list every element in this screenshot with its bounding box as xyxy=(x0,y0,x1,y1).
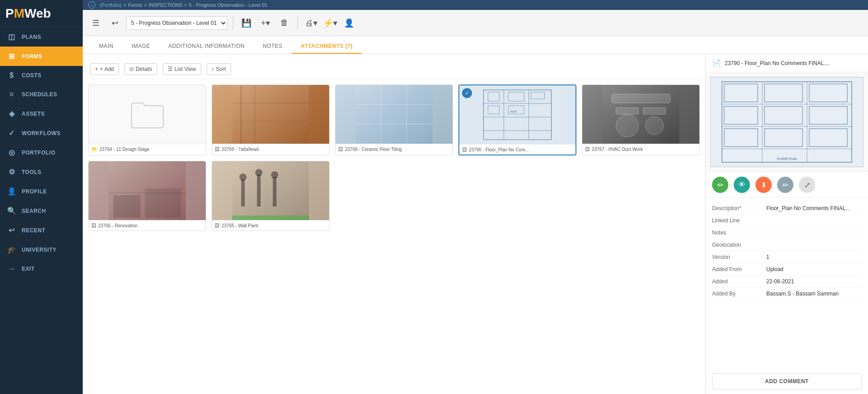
tab-additional[interactable]: ADDITIONAL INFORMATION xyxy=(159,39,254,54)
view-button[interactable]: 👁 xyxy=(734,177,750,193)
details-icon: ⊙ xyxy=(129,66,134,72)
level-crumb: 5 - Progress Observation - Level 01 xyxy=(189,2,268,8)
details-section: Description* Floor_Plan No Comments FINA… xyxy=(706,198,868,369)
sidebar-item-assets[interactable]: ◈ ASSETS xyxy=(0,104,83,123)
list-view-button[interactable]: ☰ List View xyxy=(163,63,201,75)
thumbnail-label: 📁 23764 - 11 Design Stage xyxy=(89,144,206,155)
thumbnail-label: 🖼 23769 - 7a8a9ead- xyxy=(212,144,329,154)
add-attachment-icon: + xyxy=(95,66,98,72)
thumbnail-card[interactable]: 🖼 23767 - HVAC Duct Work xyxy=(582,84,700,155)
detail-row-added-by: Added By Bassam.S - Bassam Samman xyxy=(712,288,862,300)
list-button[interactable]: ☰ xyxy=(88,15,104,31)
sidebar-item-costs[interactable]: $ COSTS xyxy=(0,66,83,85)
thumbnail-card[interactable]: 🖼 23766 - Renovation xyxy=(88,161,206,231)
sidebar-item-label: TOOLS xyxy=(22,169,42,175)
sidebar-item-label: FORMS xyxy=(22,53,42,60)
content-area: + + Add ⊙ Details ☰ List View ↕ Sort xyxy=(83,54,868,394)
sidebar-item-plans[interactable]: ◫ PLANS xyxy=(0,27,83,47)
thumbnail-card[interactable]: 📁 23764 - 11 Design Stage xyxy=(88,84,206,155)
sidebar-item-search[interactable]: 🔍 SEARCH xyxy=(0,201,83,220)
image-icon: 🖼 xyxy=(215,146,220,152)
expand-button[interactable]: ⤢ xyxy=(799,177,815,193)
thumbnail-card-selected[interactable]: ✓ xyxy=(458,84,576,155)
costs-icon: $ xyxy=(7,71,16,80)
sidebar-item-label: WORKFLOWS xyxy=(22,130,61,136)
save-button[interactable]: 💾 xyxy=(239,15,254,31)
svg-rect-5 xyxy=(356,85,433,144)
tab-image[interactable]: IMAGE xyxy=(123,39,159,54)
svg-rect-36 xyxy=(257,175,261,206)
sort-button[interactable]: ↕ Sort xyxy=(207,63,231,75)
list-view-icon: ☰ xyxy=(168,66,173,72)
detail-label: Geolocation xyxy=(712,242,766,248)
recent-icon: ↩ xyxy=(7,226,16,235)
svg-rect-10 xyxy=(479,85,556,144)
action-icons-row: ✏ 👁 ⬇ ✏ ⤢ xyxy=(706,172,868,198)
add-comment-button[interactable]: ADD COMMENT xyxy=(712,373,862,389)
link-button[interactable]: ✏ xyxy=(777,177,793,193)
separator: > xyxy=(144,2,146,8)
detail-label: Linked Line xyxy=(712,217,766,224)
exit-icon: → xyxy=(7,265,16,273)
svg-rect-0 xyxy=(232,85,309,144)
add-attachment-label: + Add xyxy=(100,66,114,72)
forms-crumb: Forms xyxy=(128,2,142,8)
svg-rect-31 xyxy=(113,195,141,218)
svg-rect-26 xyxy=(643,108,666,114)
detail-label: Added xyxy=(712,278,766,285)
folder-icon: 📁 xyxy=(91,146,98,152)
history-button[interactable]: ↩ xyxy=(107,15,123,31)
tab-main[interactable]: MAIN xyxy=(90,39,123,54)
details-button[interactable]: ⊙ Details xyxy=(124,63,157,75)
record-select[interactable]: 5 - Progress Observation - Level 01 xyxy=(126,16,227,30)
detail-value: Bassam.S - Bassam Samman xyxy=(766,291,862,297)
info-icon[interactable]: i xyxy=(88,1,95,9)
tab-notes[interactable]: NOTES xyxy=(254,39,292,54)
add-button[interactable]: +▾ xyxy=(258,15,273,31)
thumbnail-image xyxy=(212,85,329,144)
svg-rect-38 xyxy=(273,177,277,206)
inspections-crumb: INSPECTIONS xyxy=(149,2,183,8)
sidebar-item-recent[interactable]: ↩ RECENT xyxy=(0,220,83,240)
thumbnail-label: 🖼 23767 - HVAC Duct Work xyxy=(582,144,699,154)
thumbnail-card[interactable]: 🖼 23765 - Wall Paint xyxy=(212,161,330,231)
add-attachment-button[interactable]: + + Add xyxy=(90,63,119,75)
right-panel: 📄 23790 - Floor_Plan No Comments FINAL..… xyxy=(705,54,868,394)
delete-button[interactable]: 🗑 xyxy=(277,15,292,31)
sidebar-item-university[interactable]: 🎓 UNIVERSITY xyxy=(0,240,83,259)
sidebar-item-forms[interactable]: ⊞ FORMS xyxy=(0,47,83,66)
sidebar-item-portfolio[interactable]: ◎ PORTFOLIO xyxy=(0,143,83,162)
list-view-label: List View xyxy=(175,66,196,72)
sidebar-item-tools[interactable]: ⚙ TOOLS xyxy=(0,162,83,182)
sidebar-item-workflows[interactable]: ✓ WORKFLOWS xyxy=(0,123,83,143)
detail-value: 22-06-2021 xyxy=(766,278,862,285)
workflows-icon: ✓ xyxy=(7,129,16,137)
user-button[interactable]: 👤 xyxy=(341,15,357,31)
print-button[interactable]: 🖨▾ xyxy=(303,15,319,31)
thumbnail-card[interactable]: 🖼 23768 - Ceramic Floor Tiling xyxy=(335,84,453,155)
blueprint-preview: FLOOR PLAN xyxy=(710,77,863,167)
sidebar-item-schedules[interactable]: ≡ SCHEDULES xyxy=(0,85,83,104)
logo-text: PMWeb xyxy=(5,6,51,21)
thumbnail-image xyxy=(582,85,699,144)
svg-point-28 xyxy=(646,117,664,135)
edit-button[interactable]: ✏ xyxy=(712,177,728,193)
thumbnail-card[interactable]: 🖼 23769 - 7a8a9ead- xyxy=(212,84,330,155)
sidebar-item-exit[interactable]: → EXIT xyxy=(0,259,83,278)
portfolio-link[interactable]: (Portfolio) xyxy=(100,2,122,8)
toolbar: ☰ ↩ 5 - Progress Observation - Level 01 … xyxy=(83,10,868,36)
sidebar-item-label: SCHEDULES xyxy=(22,91,57,98)
bolt-button[interactable]: ⚡▾ xyxy=(322,15,338,31)
svg-point-37 xyxy=(255,169,263,176)
thumbnail-label: 🖼 23790 - Floor_Plan No Com... xyxy=(459,144,576,155)
main-area: i (Portfolio) > Forms > INSPECTIONS > 5 … xyxy=(83,0,868,394)
thumbnail-image xyxy=(89,161,206,220)
svg-rect-25 xyxy=(616,108,639,114)
download-button[interactable]: ⬇ xyxy=(755,177,772,193)
image-icon: 🖼 xyxy=(462,147,467,152)
file-name-label: 23790 - Floor_Plan No Comments FINAL.... xyxy=(725,60,830,66)
sidebar-item-profile[interactable]: 👤 PROFILE xyxy=(0,182,83,201)
detail-value: Upload xyxy=(766,266,862,272)
thumbnail-image xyxy=(335,85,453,144)
tab-attachments[interactable]: ATTACHMENTS (7) xyxy=(292,39,362,54)
